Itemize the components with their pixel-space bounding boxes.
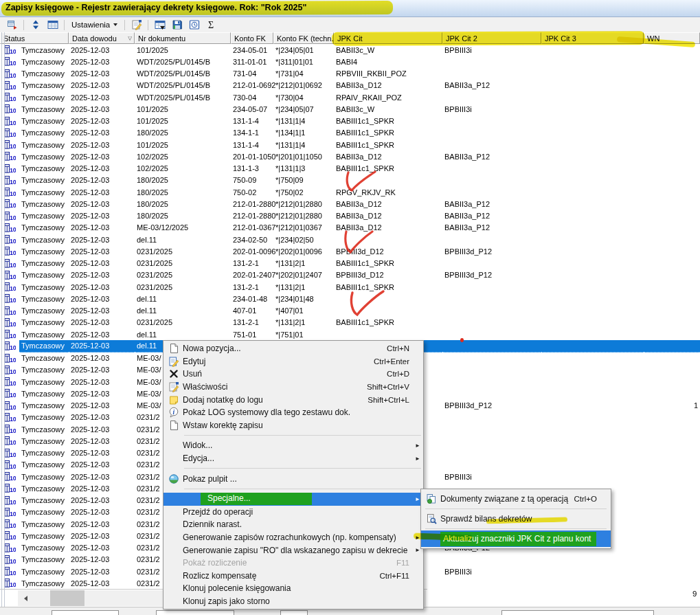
table-row[interactable]: 10Tymczasowy2025-12-03101/2025234-05-07*…	[0, 103, 700, 115]
cell-konto: 134-1-1	[231, 127, 273, 139]
menu-item-label: Widok...	[183, 440, 409, 450]
cell-date: 2025-12-03	[69, 44, 135, 56]
cell-jpk1: BABII3c_W	[334, 44, 442, 56]
cell-wn	[644, 376, 700, 388]
table-row[interactable]: 10Tymczasowy2025-12-03101/2025131-1-4*|1…	[0, 139, 700, 150]
table-row[interactable]: 10Tymczasowy2025-12-030231/2025131-2-1*|…	[0, 281, 700, 293]
page-title: Zapisy księgowe - Rejestr zawierający de…	[5, 3, 306, 12]
cell-wn	[644, 530, 700, 541]
table-row[interactable]: 10Tymczasowy2025-12-03180/2025212-01-288…	[0, 210, 700, 222]
column-header-jpk1[interactable]: JPK Cit	[334, 32, 442, 44]
svg-text:10: 10	[10, 356, 16, 363]
cell-jpk1	[334, 234, 442, 245]
table-row[interactable]: 10Tymczasowy2025-12-03del.11234-01-48*|2…	[0, 293, 700, 304]
menu-item-generowanie-zapisu-ro-dla-wskazanego-zapisu-w-dekrecie[interactable]: Generowanie zapisu "RO" dla wskazanego z…	[163, 544, 423, 557]
menu-item-rozlicz-kompensatę[interactable]: Rozlicz kompensatęCtrl+F11	[163, 570, 423, 583]
table-dropdown-button[interactable]	[152, 18, 168, 32]
cell-status: Tymczasowy	[19, 68, 69, 80]
menu-item-generowanie-zapisów-rozrachunkowych-np-kompensaty[interactable]: Generowanie zapisów rozrachunkowych (np.…	[163, 531, 423, 544]
menu-item-specjalne[interactable]: Specjalne...►	[163, 493, 423, 506]
menu-item-edytuj[interactable]: EdytujCtrl+Enter	[163, 355, 423, 368]
cell-jpk2	[442, 293, 541, 304]
properties-button[interactable]	[128, 18, 144, 32]
cell-jpk3	[541, 234, 644, 245]
table-row[interactable]: 10Tymczasowy2025-12-03del.11407-01*|407|…	[0, 305, 700, 317]
table-row[interactable]: 10Tymczasowy2025-12-03del.11751-01*|751|…	[0, 328, 700, 340]
column-header-jpk3[interactable]: JPK Cit 3	[541, 32, 644, 44]
menu-item-nowa-pozycja[interactable]: Nowa pozycja...Ctrl+N	[163, 342, 423, 355]
menu-item-właściwości[interactable]: WłaściwościShift+Ctrl+V	[163, 381, 423, 394]
submenu-item-aktualizuj-znaczniki-jpk-cit-z-planu-kont[interactable]: Aktualizuj znaczniki JPK Cit z planu kon…	[421, 530, 611, 547]
table-row[interactable]: 10Tymczasowy2025-12-030231/2025131-2-1*|…	[0, 258, 700, 269]
column-header-konto[interactable]: Konto FK	[231, 32, 273, 44]
table-row[interactable]: 10Tymczasowy2025-12-03101/2025234-05-01*…	[0, 44, 700, 56]
table-row[interactable]: 10Tymczasowy2025-12-03WDT/2025/PL/0145/B…	[0, 91, 700, 103]
settings-dropdown[interactable]: Ustawienia	[68, 18, 121, 32]
save-button[interactable]	[169, 18, 185, 32]
ledger-entry-icon: 10	[4, 282, 16, 292]
column-header-status[interactable]: Status	[0, 32, 69, 44]
menu-item-edycja[interactable]: Edycja...►	[163, 452, 423, 465]
menu-item-usuń[interactable]: UsuńCtrl+D	[163, 368, 423, 381]
scroll-left-arrow-icon[interactable]	[19, 590, 32, 606]
grid-header: StatusData dowodu▽Nr dokumentuKonto FKKo…	[0, 32, 700, 44]
operations-button[interactable]	[4, 18, 20, 32]
menu-item-dodaj-notatkę-do-logu[interactable]: Dodaj notatkę do loguShift+Ctrl+L	[163, 393, 423, 406]
table-row[interactable]: 10Tymczasowy2025-12-03WDT/2025/PL/0145/B…	[0, 68, 700, 80]
cell-jpk1	[334, 293, 442, 304]
cell-konto: 202-01-2407	[231, 269, 273, 281]
submenu-item-dokumenty-związane-z-tą-operacją[interactable]: Dokumenty związane z tą operacjąCtrl+O	[421, 491, 611, 507]
table-row[interactable]: 10Tymczasowy2025-12-03WDT/2025/PL/0145/B…	[0, 56, 700, 67]
column-header-jpk2[interactable]: JPK Cit 2	[442, 32, 541, 44]
column-header-date[interactable]: Data dowodu▽	[69, 32, 135, 44]
table-row[interactable]: 10Tymczasowy2025-12-03180/2025134-1-1*|1…	[0, 127, 700, 139]
table-row[interactable]: 10Tymczasowy2025-12-03101/2025131-1-4*|1…	[0, 115, 700, 127]
cell-jpk3	[541, 198, 644, 210]
cell-jpk3	[541, 471, 644, 482]
sum-button[interactable]: Σ	[203, 18, 219, 32]
table-row[interactable]: 10Tymczasowy2025-12-03WDT/2025/PL/0145/B…	[0, 80, 700, 91]
menu-item-wstaw-korektę-zapisu[interactable]: Wstaw korektę zapisu	[163, 419, 423, 432]
cell-status: Tymczasowy	[19, 127, 69, 139]
column-header-label: Konto FK	[234, 34, 266, 43]
column-header-tech[interactable]: Konto FK (techn...	[273, 32, 334, 44]
cell-jpk1	[334, 175, 442, 186]
cell-jpk2	[442, 577, 541, 589]
table-row[interactable]: 10Tymczasowy2025-12-030231/2025202-01-00…	[0, 245, 700, 257]
menu-item-klonuj-zapis-jako-storno[interactable]: Klonuj zapis jako storno	[163, 595, 423, 608]
table-row[interactable]: 10Tymczasowy2025-12-03102/2025131-1-3*|1…	[0, 163, 700, 175]
table-view-button[interactable]	[45, 18, 60, 32]
table-row[interactable]: 10Tymczasowy2025-12-03102/2025201-01-105…	[0, 150, 700, 162]
cell-status: Tymczasowy	[19, 115, 69, 127]
scrollbar-thumb[interactable]	[50, 590, 84, 606]
table-row[interactable]: 10Tymczasowy2025-12-03180/2025750-09*|75…	[0, 175, 700, 186]
menu-item-przejdź-do-operacji[interactable]: Przejdź do operacji	[163, 506, 423, 519]
cell-date: 2025-12-03	[69, 400, 135, 412]
submenu-item-sprawdź-bilans-dekretów[interactable]: Sprawdź bilans dekretów	[421, 511, 611, 527]
cell-date: 2025-12-03	[69, 435, 135, 447]
svg-text:10: 10	[10, 439, 16, 446]
expand-collapse-button[interactable]	[27, 18, 43, 32]
svg-text:10: 10	[10, 570, 16, 577]
cell-wn	[644, 577, 700, 589]
menu-item-widok[interactable]: Widok...►	[163, 439, 423, 452]
menu-item-pokaz-pulpit[interactable]: Pokaz pulpit ...	[163, 472, 423, 485]
column-header-nr[interactable]: Nr dokumentu	[135, 32, 231, 44]
properties-icon	[131, 19, 142, 30]
menu-item-pokaż-log-systemowy-dla-tego-zestawu-dok[interactable]: iPokaż LOG systemowy dla tego zestawu do…	[163, 406, 423, 419]
cell-tech: *|131|1|4	[273, 139, 334, 150]
column-header-wn[interactable]: WN	[644, 32, 700, 44]
menu-item-klonuj-polecenie-księgowania[interactable]: Klonuj polecenie księgowania	[163, 582, 423, 595]
cell-wn	[644, 258, 700, 269]
table-row[interactable]: 10Tymczasowy2025-12-03ME-03/12/2025212-0…	[0, 222, 700, 234]
table-row[interactable]: 10Tymczasowy2025-12-030231/2025131-2-1*|…	[0, 317, 700, 328]
table-row[interactable]: 10Tymczasowy2025-12-030231/2025202-01-24…	[0, 269, 700, 281]
cell-jpk1: BPBIII3d_D12	[334, 269, 442, 281]
table-row[interactable]: 10Tymczasowy2025-12-03180/2025212-01-288…	[0, 198, 700, 210]
menu-item-dziennik-narast[interactable]: Dziennik narast.	[163, 518, 423, 531]
ledger-entry-icon: 10	[4, 543, 16, 553]
table-row[interactable]: 10Tymczasowy2025-12-03180/2025750-02*|75…	[0, 186, 700, 198]
ledger-entry-icon: 10	[4, 270, 16, 280]
journal-button[interactable]	[186, 18, 202, 32]
table-row[interactable]: 10Tymczasowy2025-12-03del.11234-02-50*|2…	[0, 234, 700, 245]
